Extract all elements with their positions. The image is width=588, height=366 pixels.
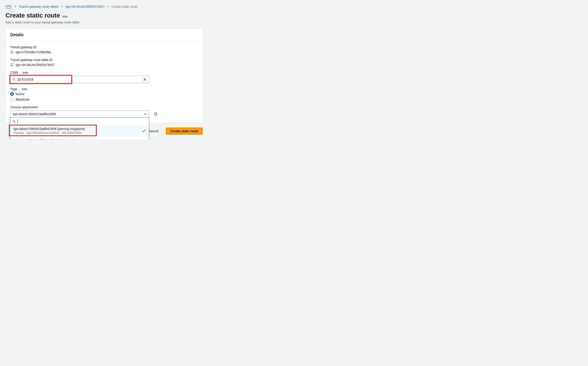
type-label: Type xyxy=(10,87,17,91)
dropdown-search[interactable] xyxy=(10,117,149,125)
cidr-input-wrap xyxy=(10,76,149,83)
breadcrumb-vpc[interactable]: VPC xyxy=(6,5,12,9)
svg-point-8 xyxy=(13,120,15,122)
clear-icon[interactable] xyxy=(142,77,147,82)
breadcrumb-route-table-id[interactable]: tgw-rtb-0814e1f66f2679927 xyxy=(66,5,105,8)
rtb-id-label: Transit gateway route table ID xyxy=(10,58,198,62)
chevron-right-icon xyxy=(61,6,63,8)
copy-icon[interactable] xyxy=(10,51,13,54)
svg-rect-3 xyxy=(11,63,13,66)
divider xyxy=(19,87,20,91)
svg-line-9 xyxy=(15,122,15,123)
radio-icon xyxy=(10,92,14,96)
page-info-link[interactable]: Info xyxy=(62,15,68,18)
create-route-button[interactable]: Create static route xyxy=(166,128,203,135)
dropdown-item-type: Peering xyxy=(13,131,24,135)
check-icon xyxy=(142,129,146,133)
svg-point-4 xyxy=(13,78,15,80)
refresh-button[interactable] xyxy=(152,110,159,118)
breadcrumb-route-tables[interactable]: Transit gateway route tables xyxy=(19,5,59,8)
divider xyxy=(20,71,21,74)
radio-blackhole[interactable]: Blackhole xyxy=(10,98,198,101)
details-panel: Details Transit gateway ID tgw-07054d827… xyxy=(6,29,203,123)
attachment-dropdown: tgw-attach-099c823adf641f69f (peering-si… xyxy=(10,117,149,139)
dropdown-item[interactable]: tgw-attach-099c823adf641f69f (peering-si… xyxy=(10,125,149,136)
dropdown-item[interactable]: tgw-attach-0b4cae578c4c82b3e (share-att)… xyxy=(10,136,149,139)
text-cursor xyxy=(17,120,18,124)
attachment-select-value: tgw-attach-099c823adf641f69f xyxy=(13,112,56,116)
dropdown-item-title: tgw-attach-099c823adf641f69f (peering-si… xyxy=(13,127,85,131)
search-icon xyxy=(12,78,15,81)
tgw-id-label: Transit gateway ID xyxy=(10,45,198,49)
chevron-right-icon xyxy=(107,6,109,8)
svg-rect-1 xyxy=(11,51,13,53)
cidr-label: CIDR xyxy=(10,71,18,74)
attachment-select[interactable]: tgw-attach-099c823adf641f69f xyxy=(10,110,149,118)
caret-up-icon xyxy=(144,113,147,115)
breadcrumb-current: Create static route xyxy=(111,5,137,8)
dropdown-item-title: tgw-attach-0b4cae578c4c82b3e (share-att) xyxy=(13,138,78,139)
radio-active-label: Active xyxy=(16,92,24,96)
panel-title: Details xyxy=(10,32,198,37)
search-icon xyxy=(13,120,16,123)
chevron-right-icon xyxy=(14,6,17,8)
dropdown-list: tgw-attach-099c823adf641f69f (peering-si… xyxy=(10,125,149,139)
copy-icon[interactable] xyxy=(10,63,13,67)
radio-blackhole-label: Blackhole xyxy=(16,98,29,101)
dropdown-item-resource: tgw-00bc80cbce1cdd54f xyxy=(27,131,59,135)
type-info-link[interactable]: Info xyxy=(22,87,27,91)
page-title: Create static route xyxy=(6,12,60,19)
svg-line-5 xyxy=(14,80,15,81)
rtb-id-value: tgw-rtb-0814e1f66f2679927 xyxy=(16,63,55,67)
radio-active[interactable]: Active xyxy=(10,92,198,96)
radio-icon xyxy=(10,98,14,101)
attach-label: Choose attachment xyxy=(10,105,198,109)
cidr-info-link[interactable]: Info xyxy=(23,71,28,74)
cidr-input[interactable] xyxy=(10,76,149,83)
breadcrumb: VPC Transit gateway route tables tgw-rtb… xyxy=(6,5,582,9)
tgw-id-value: tgw-07054d8274298cf8a xyxy=(16,50,51,54)
page-description: Add a static route to your transit gatew… xyxy=(6,21,582,24)
dropdown-item-account: 987106375064 xyxy=(62,131,82,135)
